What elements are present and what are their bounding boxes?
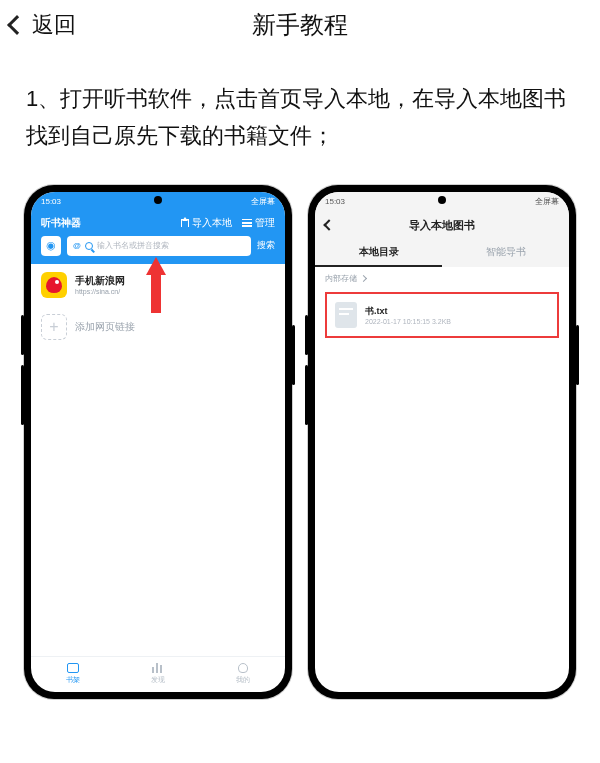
chevron-left-icon[interactable]: [323, 220, 334, 231]
upload-icon: [181, 219, 189, 227]
phone-side-button: [21, 315, 24, 355]
nav-label: 我的: [236, 675, 250, 685]
nav-label: 发现: [151, 675, 165, 685]
home-square-button[interactable]: ◉: [41, 236, 61, 256]
search-icon: [85, 242, 93, 250]
phone-side-button: [576, 325, 579, 385]
tab-bar: 本地目录 智能导书: [315, 239, 569, 267]
app-header: 听书神器 导入本地 管理 ◉ @ 输入: [31, 212, 285, 264]
page-title: 新手教程: [0, 9, 600, 41]
menu-icon: [242, 219, 252, 227]
red-arrow-icon: [146, 257, 166, 275]
search-input[interactable]: @ 输入书名或拼音搜索: [67, 236, 251, 256]
add-link-label: 添加网页链接: [75, 320, 135, 334]
camera-notch-icon: [438, 196, 446, 204]
import-label: 导入本地: [192, 216, 232, 230]
instruction-text: 1、打开听书软件，点击首页导入本地，在导入本地图书找到自己原先下载的书籍文件；: [0, 50, 600, 165]
sina-icon: [41, 272, 67, 298]
status-right: 全屏幕: [251, 196, 275, 207]
nav-label: 书架: [66, 675, 80, 685]
phone-side-button: [305, 365, 308, 425]
camera-notch-icon: [154, 196, 162, 204]
file-item-highlighted[interactable]: 书.txt 2022-01-17 10:15:15 3.2KB: [325, 292, 559, 338]
manage-label: 管理: [255, 216, 275, 230]
import-header-title: 导入本地图书: [409, 219, 475, 231]
phone-left: 15:03 全屏幕 听书神器 导入本地 管理 ◉: [24, 185, 292, 699]
list-item-sub: https://sina.cn/: [75, 288, 125, 295]
nav-mine[interactable]: 我的: [200, 657, 285, 692]
tab-local-dir[interactable]: 本地目录: [315, 239, 442, 267]
path-breadcrumb[interactable]: 内部存储: [315, 267, 569, 290]
back-label: 返回: [32, 10, 76, 40]
phone-right-screen: 15:03 全屏幕 导入本地图书 本地目录 智能导书 内部存储 书.txt 20…: [315, 192, 569, 692]
plus-icon: +: [41, 314, 67, 340]
nav-discover[interactable]: 发现: [116, 657, 201, 692]
import-header: 导入本地图书: [315, 212, 569, 239]
status-time: 15:03: [325, 197, 345, 206]
search-placeholder: 输入书名或拼音搜索: [97, 240, 169, 251]
file-icon: [335, 302, 357, 328]
status-time: 15:03: [41, 197, 61, 206]
path-label: 内部存储: [325, 273, 357, 284]
tutorial-topbar: 返回 新手教程: [0, 0, 600, 50]
manage-link[interactable]: 管理: [242, 216, 275, 230]
book-icon: [67, 663, 79, 673]
phone-side-button: [292, 325, 295, 385]
status-right: 全屏幕: [535, 196, 559, 207]
file-meta: 2022-01-17 10:15:15 3.2KB: [365, 318, 451, 325]
import-local-link[interactable]: 导入本地: [181, 216, 232, 230]
at-icon: @: [73, 241, 81, 250]
phone-right: 15:03 全屏幕 导入本地图书 本地目录 智能导书 内部存储 书.txt 20…: [308, 185, 576, 699]
bottom-nav: 书架 发现 我的: [31, 656, 285, 692]
user-icon: [238, 663, 248, 673]
phone-row: 15:03 全屏幕 听书神器 导入本地 管理 ◉: [0, 165, 600, 699]
phone-side-button: [21, 365, 24, 425]
back-button[interactable]: 返回: [10, 10, 76, 40]
search-button[interactable]: 搜索: [257, 239, 275, 252]
phone-side-button: [305, 315, 308, 355]
bars-icon: [152, 663, 164, 673]
chevron-right-icon: [360, 275, 367, 282]
chevron-left-icon: [7, 15, 27, 35]
file-name: 书.txt: [365, 305, 451, 318]
app-title: 听书神器: [41, 216, 81, 230]
tab-smart-import[interactable]: 智能导书: [442, 239, 569, 267]
phone-left-screen: 15:03 全屏幕 听书神器 导入本地 管理 ◉: [31, 192, 285, 692]
nav-bookshelf[interactable]: 书架: [31, 657, 116, 692]
list-item-title: 手机新浪网: [75, 274, 125, 288]
